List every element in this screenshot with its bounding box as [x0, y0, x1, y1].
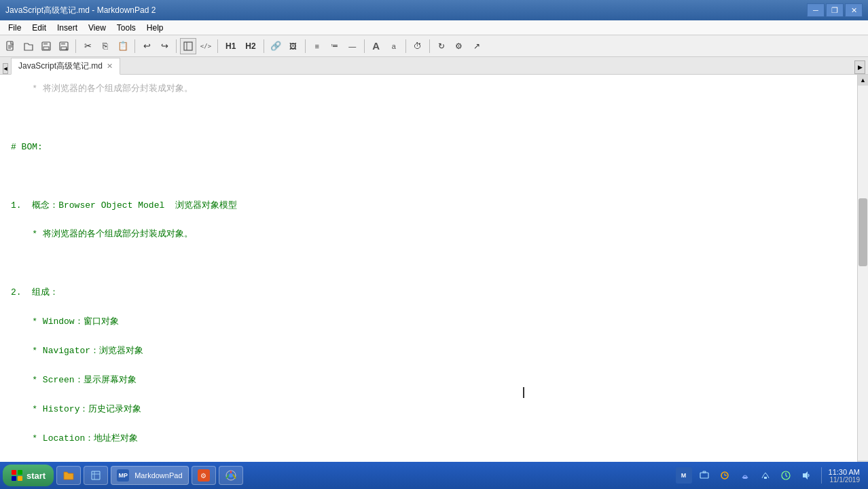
- menu-tools[interactable]: Tools: [111, 22, 141, 34]
- svg-rect-13: [12, 470, 16, 475]
- menu-file[interactable]: File: [3, 22, 26, 34]
- svg-line-31: [786, 475, 787, 477]
- svg-marker-23: [703, 471, 706, 473]
- taskbar-chrome[interactable]: [219, 466, 243, 485]
- separator-3: [176, 39, 177, 53]
- editor-line: * 将浏览器的各个组成部分封装成对象。: [11, 82, 846, 96]
- new-button[interactable]: [3, 38, 19, 54]
- separator-1: [75, 39, 76, 53]
- tabs-scroll-left[interactable]: ◄: [3, 63, 8, 74]
- tray-icon-1[interactable]: [696, 467, 712, 484]
- editor-line: 2. 组成：: [11, 285, 846, 300]
- svg-rect-14: [18, 470, 22, 475]
- menu-help[interactable]: Help: [141, 22, 169, 34]
- tray-icon-3[interactable]: [737, 467, 753, 484]
- editor-line: [11, 111, 846, 125]
- minimize-button[interactable]: ─: [807, 3, 825, 17]
- editor-line: * 将浏览器的各个组成部分封装成对象。: [11, 227, 846, 241]
- ol-button[interactable]: ≔: [327, 38, 343, 54]
- tray-icon-5[interactable]: [778, 467, 794, 484]
- menu-bar: File Edit Insert View Tools Help: [0, 20, 868, 35]
- tab-label: JavaScript高级笔记.md: [18, 60, 103, 72]
- menu-edit[interactable]: Edit: [26, 22, 52, 34]
- copy-button[interactable]: ⎘: [97, 38, 113, 54]
- svg-marker-32: [803, 471, 808, 479]
- separator-7: [364, 39, 365, 53]
- separator-2: [134, 39, 135, 53]
- sync-button[interactable]: ↻: [433, 38, 450, 54]
- svg-rect-6: [43, 47, 49, 50]
- svg-text:+: +: [65, 47, 68, 52]
- editor-line: 1. 概念：Browser Object Model 浏览器对象模型: [11, 198, 846, 213]
- tab-close-button[interactable]: ✕: [107, 62, 113, 71]
- editor-heading: # BOM:: [11, 140, 846, 154]
- image-button[interactable]: 🖼: [285, 38, 302, 54]
- markdownpad-taskbar-label: MarkdownPad: [134, 471, 182, 479]
- editor-line: * Window：窗口对象: [11, 314, 846, 329]
- taskbar-windows-explorer[interactable]: [84, 466, 108, 485]
- tray-separator: [821, 467, 822, 484]
- redo-button[interactable]: ↪: [156, 38, 173, 54]
- start-button[interactable]: start: [3, 465, 54, 486]
- settings-button[interactable]: ⚙: [451, 38, 467, 54]
- taskbar-markdownpad[interactable]: MP MarkdownPad: [111, 466, 188, 485]
- scroll-track: [858, 86, 868, 460]
- hr-button[interactable]: —: [344, 38, 361, 54]
- restore-button[interactable]: ❐: [826, 3, 844, 17]
- save-as-button[interactable]: +: [56, 38, 72, 54]
- editor-pane[interactable]: * 将浏览器的各个组成部分封装成对象。 # BOM: 1. 概念：Browser…: [0, 75, 857, 471]
- menu-insert[interactable]: Insert: [52, 22, 83, 34]
- taskbar-tray: M 11:30 AM 11/1/2019: [676, 467, 865, 484]
- taskbar-app3[interactable]: ⚙: [192, 466, 216, 485]
- h2-button[interactable]: H2: [241, 39, 259, 53]
- tray-icon-4[interactable]: [757, 467, 774, 484]
- taskbar-explorer[interactable]: [56, 466, 81, 485]
- separator-5: [264, 39, 264, 53]
- svg-point-18: [229, 473, 233, 477]
- editor-line: * Navigator：浏览器对象: [11, 344, 846, 358]
- separator-6: [305, 39, 306, 53]
- toolbar: + ✂ ⎘ 📋 ↩ ↪ </> H1 H2 🔗 🖼 ≡ ≔ — A a ⏱ ↻ …: [0, 35, 868, 57]
- svg-rect-11: [184, 42, 192, 50]
- svg-rect-27: [743, 477, 747, 479]
- clock[interactable]: 11:30 AM 11/1/2019: [829, 468, 860, 484]
- close-button[interactable]: ✕: [845, 3, 863, 17]
- title-bar: JavaScript高级笔记.md - MarkdownPad 2 ─ ❐ ✕: [0, 0, 868, 20]
- save-button[interactable]: [38, 38, 54, 54]
- expand-button[interactable]: ▶: [854, 60, 865, 74]
- window-title: JavaScript高级笔记.md - MarkdownPad 2: [5, 5, 156, 16]
- scroll-up-button[interactable]: ▲: [858, 75, 868, 86]
- tray-icon-2[interactable]: [717, 467, 733, 484]
- svg-rect-22: [700, 473, 708, 478]
- preview-toggle[interactable]: [180, 38, 196, 54]
- tab-javascript-notes[interactable]: JavaScript高级笔记.md ✕: [11, 58, 120, 75]
- cut-button[interactable]: ✂: [79, 38, 96, 54]
- link-button[interactable]: 🔗: [268, 38, 284, 54]
- editor-scrollbar[interactable]: ▲ ▼: [857, 75, 868, 471]
- editor-history: * History：历史记录对象: [11, 402, 846, 416]
- svg-rect-16: [18, 476, 22, 481]
- menu-view[interactable]: View: [83, 22, 111, 34]
- svg-rect-28: [764, 477, 767, 479]
- ul-button[interactable]: ≡: [309, 38, 325, 54]
- tray-markdownpad[interactable]: M: [676, 467, 692, 484]
- separator-8: [405, 39, 406, 53]
- h1-button[interactable]: H1: [221, 39, 240, 53]
- font-small-button[interactable]: a: [386, 38, 402, 54]
- cursor-indicator: [523, 387, 524, 398]
- code-view-toggle[interactable]: </>: [198, 38, 214, 54]
- timestamp-button[interactable]: ⏱: [410, 38, 426, 54]
- scroll-thumb[interactable]: [858, 198, 867, 266]
- export-button[interactable]: ↗: [469, 38, 485, 54]
- main-area: * 将浏览器的各个组成部分封装成对象。 # BOM: 1. 概念：Browser…: [0, 75, 868, 471]
- tab-bar: ◄ JavaScript高级笔记.md ✕ ▶: [0, 57, 868, 75]
- open-button[interactable]: [20, 38, 37, 54]
- editor-screen: * Screen：显示屏幕对象: [11, 373, 846, 387]
- window-controls: ─ ❐ ✕: [807, 3, 863, 17]
- svg-rect-5: [43, 42, 48, 45]
- font-large-button[interactable]: A: [368, 38, 384, 54]
- taskbar: start MP MarkdownPad ⚙ M: [0, 462, 868, 489]
- tray-icon-audio[interactable]: [798, 467, 814, 484]
- paste-button[interactable]: 📋: [115, 38, 131, 54]
- undo-button[interactable]: ↩: [139, 38, 155, 54]
